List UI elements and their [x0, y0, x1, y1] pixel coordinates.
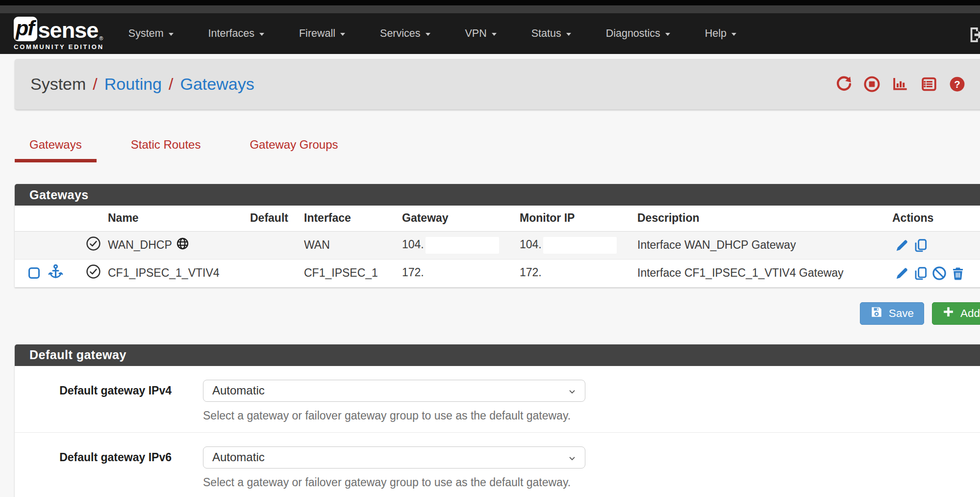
delete-icon[interactable]: [951, 266, 965, 281]
nav-item-label: System: [128, 27, 164, 40]
breadcrumb-gateways[interactable]: Gateways: [180, 75, 254, 94]
disable-icon[interactable]: [932, 266, 947, 281]
save-button[interactable]: Save: [860, 302, 924, 325]
default-gateway-ipv6-select[interactable]: Automatic: [203, 446, 585, 469]
col-gateway: Gateway: [402, 206, 520, 231]
gateway-address: 104.: [402, 238, 424, 251]
caret-down-icon: [566, 33, 571, 36]
redacted-value: [426, 265, 499, 282]
nav-item-label: Diagnostics: [606, 27, 660, 40]
check-circle-icon: [86, 264, 101, 282]
table-header-row: Name Default Interface Gateway Monitor I…: [15, 206, 980, 231]
logo-subtitle: COMMUNITY EDITION: [14, 43, 104, 51]
nav-item-firewall[interactable]: Firewall: [299, 27, 345, 40]
caret-down-icon: [259, 33, 264, 36]
breadcrumb-separator: /: [93, 75, 97, 94]
gateway-interface: CF1_IPSEC_1: [304, 259, 402, 287]
default-gateway-panel-header: Default gateway: [15, 344, 980, 366]
row-checkbox[interactable]: [28, 267, 40, 279]
default-gateway-ipv4-help: Select a gateway or failover gateway gro…: [203, 409, 585, 422]
table-row-cf1-ipsec: CF1_IPSEC_1_VTIV4 CF1_IPSEC_1 172. 172. …: [15, 259, 980, 287]
select-value: Automatic: [212, 450, 265, 464]
breadcrumb-routing[interactable]: Routing: [104, 75, 162, 94]
col-name: Name: [108, 206, 250, 231]
breadcrumb-system: System: [30, 75, 86, 94]
globe-icon: [176, 237, 189, 253]
nav-item-label: Services: [380, 27, 420, 40]
col-monitor-ip: Monitor IP: [520, 206, 637, 231]
tab-static-routes[interactable]: Static Routes: [116, 138, 216, 162]
default-gateway-panel-title: Default gateway: [29, 348, 126, 362]
breadcrumb: System / Routing / Gateways: [30, 75, 254, 94]
nav-item-system[interactable]: System: [128, 27, 174, 40]
nav-item-interfaces[interactable]: Interfaces: [208, 27, 264, 40]
monitor-ip: 104.: [520, 238, 542, 251]
nav-item-label: Interfaces: [208, 27, 254, 40]
breadcrumb-separator: /: [169, 75, 173, 94]
refresh-icon[interactable]: [835, 76, 853, 93]
save-icon: [870, 306, 883, 321]
gateways-panel-header: Gateways: [15, 184, 980, 206]
nav-item-label: Status: [531, 27, 561, 40]
default-gateway-ipv6-help: Select a gateway or failover gateway gro…: [203, 476, 585, 489]
logo-registered-mark: ®: [99, 36, 103, 41]
nav-item-help[interactable]: Help: [705, 27, 736, 40]
chart-icon[interactable]: [891, 76, 909, 93]
add-button-label: Add: [960, 307, 980, 320]
col-description: Description: [637, 206, 892, 231]
copy-icon[interactable]: [913, 266, 928, 281]
gateways-panel: Gateways Name Default Interface Gateway …: [15, 184, 980, 288]
caret-down-icon: [426, 33, 430, 36]
caret-down-icon: [492, 33, 497, 36]
gateway-name: CF1_IPSEC_1_VTIV4: [108, 259, 250, 287]
window-top-strip: [0, 0, 980, 5]
col-select: [15, 206, 78, 231]
anchor-icon: [48, 263, 64, 283]
default-gateway-panel: Default gateway Default gateway IPv4 Aut…: [15, 344, 980, 497]
logo-sense: sense: [38, 19, 99, 41]
gateway-description: Interface WAN_DHCP Gateway: [637, 231, 892, 259]
svg-text:?: ?: [954, 79, 960, 90]
nav-menu: System Interfaces Firewall Services VPN …: [128, 27, 771, 40]
nav-item-services[interactable]: Services: [380, 27, 430, 40]
redacted-value: [426, 237, 499, 254]
edit-icon[interactable]: [895, 238, 909, 253]
nav-item-diagnostics[interactable]: Diagnostics: [606, 27, 670, 40]
logo-pf: pf: [14, 17, 37, 41]
default-gateway-ipv4-select[interactable]: Automatic: [203, 380, 585, 402]
col-default: Default: [250, 206, 304, 231]
nav-item-label: VPN: [465, 27, 487, 40]
col-status: [78, 206, 108, 231]
gateway-default: [250, 231, 304, 259]
sign-out-icon[interactable]: [967, 25, 980, 47]
monitor-ip: 172.: [520, 266, 542, 279]
window-title-strip: [0, 5, 980, 13]
caret-down-icon: [340, 33, 345, 36]
stop-icon[interactable]: [863, 76, 880, 93]
edit-icon[interactable]: [895, 266, 909, 281]
col-actions: Actions: [892, 206, 980, 231]
form-row-ipv4: Default gateway IPv4 Automatic Select a …: [15, 366, 980, 433]
copy-icon[interactable]: [913, 238, 928, 253]
nav-item-label: Firewall: [299, 27, 335, 40]
add-button[interactable]: Add: [932, 302, 980, 325]
nav-item-status[interactable]: Status: [531, 27, 571, 40]
gateways-panel-title: Gateways: [29, 188, 89, 202]
save-button-label: Save: [889, 307, 914, 320]
tab-gateway-groups[interactable]: Gateway Groups: [235, 138, 352, 162]
routing-tabs: Gateways Static Routes Gateway Groups: [15, 138, 980, 162]
breadcrumb-panel: System / Routing / Gateways ?: [15, 59, 980, 109]
chevron-down-icon: [567, 387, 577, 396]
plus-icon: [942, 306, 955, 321]
pfsense-logo[interactable]: pf sense ® COMMUNITY EDITION: [14, 17, 104, 51]
chevron-down-icon: [567, 453, 577, 463]
nav-item-vpn[interactable]: VPN: [465, 27, 497, 40]
default-gateway-ipv6-label: Default gateway IPv6: [15, 446, 172, 489]
top-navbar: pf sense ® COMMUNITY EDITION System Inte…: [0, 13, 980, 54]
log-icon[interactable]: [920, 76, 938, 93]
tab-gateways[interactable]: Gateways: [15, 138, 97, 162]
help-icon[interactable]: ?: [949, 76, 966, 93]
check-circle-icon: [86, 236, 101, 254]
gateway-description: Interface CF1_IPSEC_1_VTIV4 Gateway: [637, 259, 892, 287]
gateway-address: 172.: [402, 266, 424, 279]
